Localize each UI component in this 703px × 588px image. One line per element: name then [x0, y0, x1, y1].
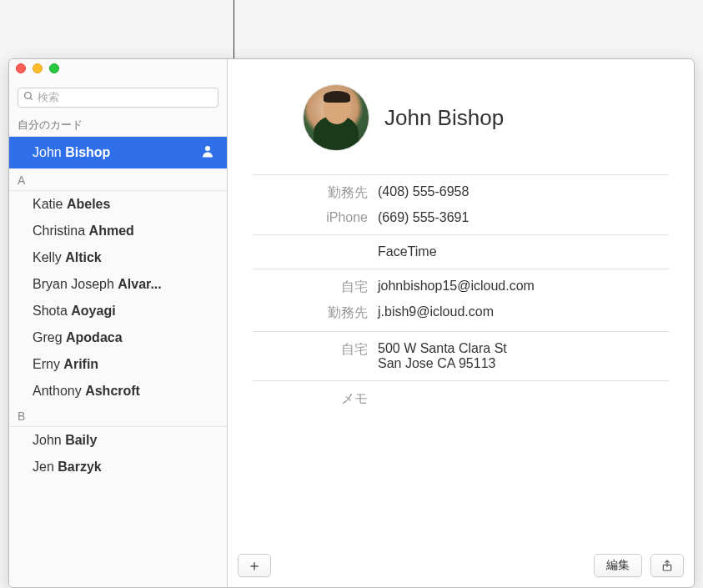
detail-pane: John Bishop 勤務先 (408) 555-6958 iPhone (6… [228, 59, 694, 587]
phone-row[interactable]: iPhone (669) 555-3691 [253, 206, 669, 229]
field-label: iPhone [253, 210, 378, 225]
field-label: 勤務先 [253, 304, 378, 322]
sidebar: 検索 自分のカード John Bishop A Katie AbelesChri… [9, 59, 228, 587]
field-value: FaceTime [378, 244, 669, 259]
search-input[interactable]: 検索 [18, 88, 218, 108]
contact-row[interactable]: Katie Abeles [9, 191, 227, 218]
contact-row[interactable]: Bryan Joseph Alvar... [9, 271, 227, 298]
contact-row[interactable]: Jen Barzyk [9, 454, 227, 480]
add-button[interactable]: ＋ [238, 554, 271, 577]
contact-row[interactable]: Kelly Altick [9, 244, 227, 271]
search-icon [23, 91, 34, 104]
detail-header: John Bishop [253, 84, 669, 151]
email-row[interactable]: 自宅 johnbishop15@icloud.com [253, 274, 669, 300]
minimize-button[interactable] [33, 63, 43, 73]
facetime-group: FaceTime [253, 234, 669, 269]
avatar[interactable] [303, 84, 369, 151]
close-button[interactable] [16, 63, 26, 73]
field-value: j.bish9@icloud.com [378, 304, 669, 322]
my-card-header: 自分のカード [9, 113, 227, 137]
field-label: 勤務先 [253, 184, 378, 202]
bottom-bar: ＋ 編集 [238, 554, 684, 577]
share-button[interactable] [650, 554, 684, 577]
field-value [378, 390, 669, 408]
contact-row[interactable]: Anthony Ashcroft [9, 378, 227, 405]
section-header-a: A [9, 168, 227, 191]
notes-group: メモ [253, 380, 669, 417]
field-label: 自宅 [253, 279, 378, 296]
facetime-row[interactable]: FaceTime [253, 240, 669, 264]
search-wrap: 検索 [9, 83, 227, 113]
notes-row[interactable]: メモ [253, 386, 669, 412]
contact-row[interactable]: Shota Aoyagi [9, 298, 227, 324]
field-label [253, 244, 378, 259]
svg-point-0 [25, 93, 32, 99]
my-card-row[interactable]: John Bishop [9, 137, 227, 168]
contacts-window: 検索 自分のカード John Bishop A Katie AbelesChri… [8, 58, 695, 588]
contact-row[interactable]: John Baily [9, 427, 227, 454]
phone-row[interactable]: 勤務先 (408) 555-6958 [253, 180, 669, 206]
section-header-b: B [9, 405, 227, 427]
svg-point-2 [205, 146, 210, 151]
my-card-name: John Bishop [33, 145, 110, 160]
person-icon [200, 143, 215, 162]
field-value: (669) 555-3691 [378, 210, 669, 225]
field-value: 500 W Santa Clara St San Jose CA 95113 [378, 341, 669, 371]
share-icon [660, 558, 674, 573]
plus-icon: ＋ [247, 555, 262, 575]
phone-group: 勤務先 (408) 555-6958 iPhone (669) 555-3691 [253, 174, 669, 234]
contact-name: John Bishop [384, 105, 504, 131]
address-group: 自宅 500 W Santa Clara St San Jose CA 9511… [253, 331, 669, 380]
email-row[interactable]: 勤務先 j.bish9@icloud.com [253, 300, 669, 326]
contact-row[interactable]: Erny Arifin [9, 351, 227, 378]
search-placeholder: 検索 [38, 90, 59, 105]
contact-row[interactable]: Christina Ahmed [9, 218, 227, 244]
button-group: 編集 [594, 554, 684, 577]
field-label: 自宅 [253, 341, 378, 371]
svg-line-1 [30, 98, 33, 100]
field-value: johnbishop15@icloud.com [378, 279, 669, 296]
field-value: (408) 555-6958 [378, 184, 669, 202]
address-row[interactable]: 自宅 500 W Santa Clara St San Jose CA 9511… [253, 337, 669, 375]
contact-row[interactable]: Greg Apodaca [9, 324, 227, 351]
edit-button[interactable]: 編集 [594, 554, 642, 577]
maximize-button[interactable] [49, 63, 59, 73]
email-group: 自宅 johnbishop15@icloud.com 勤務先 j.bish9@i… [253, 269, 669, 331]
field-label: メモ [253, 390, 378, 408]
